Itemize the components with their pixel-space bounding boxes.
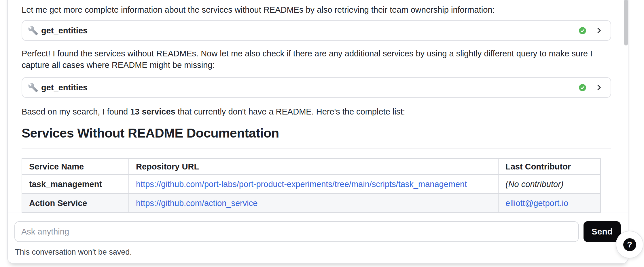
- ask-anything-input[interactable]: [14, 221, 579, 242]
- tool-call-get-entities-1[interactable]: get_entities: [22, 20, 611, 41]
- table-row: task_management https://github.com/port-…: [22, 175, 601, 194]
- service-name-cell: Action Service: [22, 194, 129, 213]
- question-mark-icon: ?: [623, 238, 636, 251]
- last-contributor-cell: elliott@getport.io: [498, 194, 601, 213]
- tool-call-name: get_entities: [41, 83, 88, 92]
- column-header-service-name: Service Name: [22, 159, 129, 175]
- divider: [22, 148, 611, 148]
- section-heading: Services Without README Documentation: [22, 126, 611, 140]
- repository-link[interactable]: https://github.com/action_service: [136, 199, 257, 208]
- success-check-icon: [579, 84, 586, 91]
- send-button[interactable]: Send: [584, 221, 621, 242]
- chevron-right-icon[interactable]: [594, 83, 603, 92]
- message-text: that currently don't have a README. Here…: [175, 107, 405, 116]
- message-bold-text: 13 services: [130, 107, 175, 116]
- chevron-right-icon[interactable]: [594, 26, 603, 35]
- table-header-row: Service Name Repository URL Last Contrib…: [22, 159, 601, 175]
- service-name-cell: task_management: [22, 175, 129, 194]
- last-contributor-cell: (No contributor): [498, 175, 601, 194]
- repository-url-cell: https://github.com/port-labs/port-produc…: [129, 175, 498, 194]
- repository-link[interactable]: https://github.com/port-labs/port-produc…: [136, 180, 467, 189]
- chat-transcript: Let me get more complete information abo…: [8, 0, 628, 231]
- tool-call-get-entities-2[interactable]: get_entities: [22, 77, 611, 98]
- chat-panel: Let me get more complete information abo…: [7, 0, 628, 264]
- help-button[interactable]: ?: [616, 231, 643, 258]
- success-check-icon: [579, 27, 586, 35]
- composer-row: Send: [14, 221, 621, 242]
- table-row: Action Service https://github.com/action…: [22, 194, 601, 213]
- assistant-message: Perfect! I found the services without RE…: [22, 48, 611, 71]
- tool-call-name: get_entities: [41, 26, 88, 35]
- scrollbar-thumb[interactable]: [624, 0, 628, 45]
- contributor-email-link[interactable]: elliott@getport.io: [505, 199, 568, 208]
- column-header-repository-url: Repository URL: [129, 159, 498, 175]
- column-header-last-contributor: Last Contributor: [498, 159, 601, 175]
- assistant-message: Based on my search, I found 13 services …: [22, 106, 611, 117]
- wrench-icon: [28, 25, 38, 36]
- conversation-disclaimer: This conversation won't be saved.: [15, 248, 628, 257]
- repository-url-cell: https://github.com/action_service: [129, 194, 498, 213]
- message-text: Based on my search, I found: [22, 107, 130, 116]
- composer-footer: Send This conversation won't be saved.: [8, 213, 628, 263]
- assistant-message: Let me get more complete information abo…: [22, 4, 611, 16]
- wrench-icon: [28, 82, 38, 93]
